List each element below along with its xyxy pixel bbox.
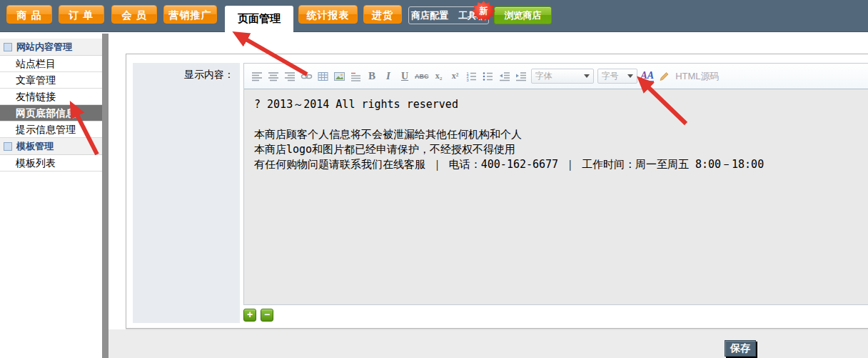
sidebar-item-tip-info-management[interactable]: 提示信息管理 (0, 121, 102, 138)
content-panel: 显示内容： B I U ABC x₂ x² 123 字体 字号 (126, 54, 868, 329)
underline-button[interactable]: U (398, 69, 411, 84)
insert-table-icon[interactable] (316, 69, 329, 84)
font-family-value: 字体 (535, 70, 552, 82)
rich-text-editor: B I U ABC x₂ x² 123 字体 字号 AA HTML源码 ? 20… (243, 63, 868, 305)
strikethrough-button[interactable]: ABC (415, 69, 429, 84)
nav-products-button[interactable]: 商 品 (6, 5, 52, 24)
browse-store-button[interactable]: 浏览商店 (494, 6, 552, 24)
privacy-line: 本商店顾客个人信息将不会被泄漏给其他任何机构和个人 (254, 127, 860, 142)
editor-content-area[interactable]: ? 2013～2014 All rights reserved 本商店顾客个人信… (244, 89, 868, 304)
nav-orders-button[interactable]: 订 单 (59, 5, 104, 24)
service-contact-line: 有任何购物问题请联系我们在线客服 ｜ 电话：400-162-6677 ｜ 工作时… (254, 157, 860, 172)
svg-text:3: 3 (467, 77, 469, 81)
remove-row-button[interactable]: − (261, 309, 273, 322)
nav-marketing-button[interactable]: 营销推广 (163, 5, 217, 24)
logo-protection-line: 本商店logo和图片都已经申请保护，不经授权不得使用 (254, 142, 860, 157)
save-button[interactable]: 保存 (725, 340, 756, 357)
insert-image-icon[interactable] (333, 69, 345, 84)
hr-icon[interactable] (349, 69, 362, 84)
nav-purchase-button[interactable]: 进货 (363, 5, 402, 24)
sidebar-item-page-footer-info[interactable]: 网页底部信息 (0, 105, 102, 121)
pencil-icon[interactable] (657, 69, 670, 84)
admin-page: { "topnav": { "buttons": [ {"label": "商 … (0, 0, 868, 358)
field-label-display-content: 显示内容： (133, 63, 240, 323)
chevron-down-icon (627, 74, 633, 78)
add-row-button[interactable]: + (243, 309, 256, 322)
font-color-icon[interactable]: AA (641, 71, 655, 82)
subscript-button[interactable]: x₂ (433, 69, 445, 84)
bold-button[interactable]: B (365, 69, 378, 84)
sidebar-item-friend-links[interactable]: 友情链接 (0, 89, 102, 105)
sidebar-item-site-columns[interactable]: 站点栏目 (0, 56, 102, 72)
align-left-icon[interactable] (251, 69, 263, 84)
sidebar: 网站内容管理 站点栏目 文章管理 友情链接 网页底部信息 提示信息管理 模板管理… (0, 39, 102, 171)
row-controls: + − (243, 309, 273, 322)
shop-config-menu[interactable]: 商店配置 (411, 7, 448, 24)
section-square-icon (4, 142, 12, 151)
unordered-list-icon[interactable] (482, 69, 495, 84)
ordered-list-icon[interactable]: 123 (465, 69, 478, 84)
sidebar-item-template-list[interactable]: 模板列表 (0, 155, 102, 171)
sidebar-item-article-management[interactable]: 文章管理 (0, 72, 102, 89)
sidebar-section-template-management: 模板管理 (0, 138, 102, 155)
font-size-select[interactable]: 字号 (597, 69, 637, 84)
html-source-button[interactable]: HTML源码 (675, 70, 719, 83)
section-square-icon (4, 43, 12, 51)
nav-statistics-button[interactable]: 统计报表 (298, 5, 358, 24)
font-size-value: 字号 (602, 70, 619, 82)
font-family-select[interactable]: 字体 (531, 69, 594, 84)
nav-page-management-tab-active[interactable]: 页面管理 (225, 6, 293, 32)
sidebar-section-label: 模板管理 (16, 138, 54, 154)
align-right-icon[interactable] (283, 69, 296, 84)
superscript-button[interactable]: x² (449, 69, 462, 84)
copyright-line: ? 2013～2014 All rights reserved (254, 97, 860, 112)
align-center-icon[interactable] (267, 69, 280, 84)
chevron-down-icon (584, 74, 590, 78)
sidebar-content-divider (102, 34, 108, 358)
outdent-icon[interactable] (498, 69, 511, 84)
insert-link-icon[interactable] (300, 69, 313, 84)
top-navigation-bar: 商 品 订 单 会 员 营销推广 页面管理 统计报表 进货 商店配置 工具箱 浏… (0, 0, 868, 32)
sidebar-section-website-content: 网站内容管理 (0, 39, 102, 56)
nav-members-button[interactable]: 会 员 (111, 5, 157, 24)
editor-toolbar: B I U ABC x₂ x² 123 字体 字号 AA HTML源码 (244, 64, 868, 89)
italic-button[interactable]: I (382, 69, 395, 84)
sidebar-section-label: 网站内容管理 (16, 39, 72, 55)
indent-icon[interactable] (515, 69, 528, 84)
